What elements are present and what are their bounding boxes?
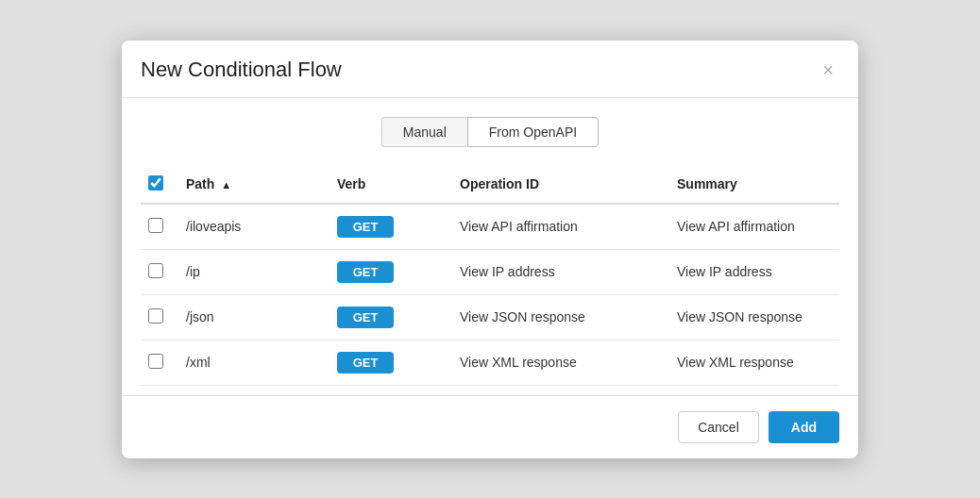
row-3-operation-id: View JSON response [448, 294, 666, 340]
row-3-summary: View JSON response [666, 294, 839, 340]
row-4-checkbox[interactable] [148, 354, 163, 369]
row-4-operation-id: View XML response [448, 340, 666, 385]
table-row: /iloveapis GET View API affirmation View… [141, 204, 839, 250]
row-1-path: /iloveapis [175, 204, 326, 250]
dialog-footer: Cancel Add [122, 395, 858, 458]
get-badge: GET [337, 352, 394, 374]
row-4-summary: View XML response [666, 340, 839, 385]
row-4-verb: GET [326, 340, 448, 385]
header-operation-id: Operation ID [448, 166, 666, 204]
tab-manual[interactable]: Manual [381, 117, 467, 147]
row-2-verb: GET [326, 249, 448, 294]
row-2-operation-id: View IP address [448, 249, 666, 294]
row-2-checkbox[interactable] [148, 263, 163, 278]
header-summary: Summary [666, 166, 839, 204]
row-2-path: /ip [175, 249, 326, 294]
row-2-check-cell [141, 249, 175, 294]
header-verb: Verb [326, 166, 448, 204]
row-3-verb: GET [326, 294, 448, 340]
row-3-path: /json [175, 294, 326, 340]
row-4-check-cell [141, 340, 175, 385]
table-row: /ip GET View IP address View IP address [141, 249, 839, 294]
header-check [141, 166, 175, 204]
row-3-check-cell [141, 294, 175, 340]
sort-arrow-icon: ▲ [221, 179, 231, 191]
get-badge: GET [337, 261, 394, 283]
dialog-header: New Conditional Flow × [122, 41, 858, 98]
row-2-summary: View IP address [666, 249, 839, 294]
row-1-summary: View API affirmation [666, 204, 839, 250]
row-3-checkbox[interactable] [148, 308, 163, 324]
row-1-checkbox[interactable] [148, 218, 163, 233]
dialog-title: New Conditional Flow [141, 58, 342, 82]
dialog: New Conditional Flow × Manual From OpenA… [122, 41, 858, 458]
row-1-operation-id: View API affirmation [448, 204, 666, 250]
dialog-body: Manual From OpenAPI Path ▲ Verb Opera [122, 98, 858, 386]
row-1-verb: GET [326, 204, 448, 250]
tab-from-openapi[interactable]: From OpenAPI [467, 117, 599, 147]
get-badge: GET [337, 307, 394, 328]
api-table: Path ▲ Verb Operation ID Summary /ilovea… [141, 166, 839, 386]
tab-group: Manual From OpenAPI [141, 117, 839, 147]
cancel-button[interactable]: Cancel [678, 411, 759, 443]
get-badge: GET [337, 216, 394, 238]
select-all-checkbox[interactable] [148, 175, 163, 191]
add-button[interactable]: Add [769, 411, 839, 443]
table-row: /xml GET View XML response View XML resp… [141, 340, 839, 385]
row-1-check-cell [141, 204, 175, 250]
table-row: /json GET View JSON response View JSON r… [141, 294, 839, 340]
table-wrapper: Path ▲ Verb Operation ID Summary /ilovea… [141, 166, 839, 386]
table-header-row: Path ▲ Verb Operation ID Summary [141, 166, 839, 204]
row-4-path: /xml [175, 340, 326, 385]
header-path: Path ▲ [175, 166, 326, 204]
close-button[interactable]: × [817, 58, 839, 81]
